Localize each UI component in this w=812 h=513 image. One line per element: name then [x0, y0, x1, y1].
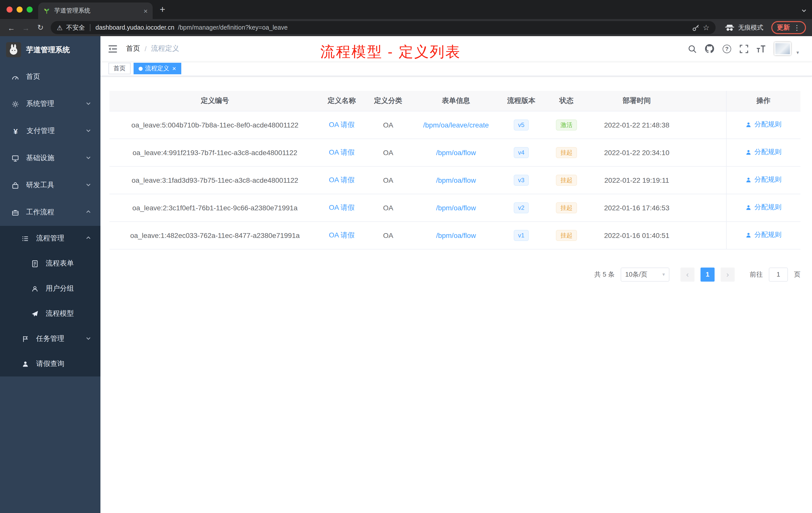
prev-page-button[interactable]: ‹: [680, 267, 695, 281]
update-button[interactable]: 更新 ⋮: [771, 21, 806, 34]
cell-deploy-time: 2022-01-16 17:46:53: [589, 194, 685, 221]
assign-rule-button[interactable]: 分配规则: [746, 203, 782, 212]
monitor-icon: [11, 154, 19, 162]
chevron-down-icon: [85, 100, 91, 108]
reload-button[interactable]: ↻: [34, 23, 47, 32]
current-page-button[interactable]: 1: [700, 267, 715, 281]
incognito-badge: 无痕模式: [725, 23, 763, 32]
tag-process-definition[interactable]: 流程定义 ×: [134, 63, 181, 74]
sidebar-item-label: 流程模型: [46, 309, 74, 318]
tab-close-icon[interactable]: ×: [144, 7, 148, 14]
github-icon: [705, 44, 714, 53]
breadcrumb: 首页 / 流程定义: [126, 44, 179, 53]
password-key-icon[interactable]: [692, 24, 699, 31]
url-host: dashboard.yudao.iocoder.cn: [95, 24, 174, 31]
definition-name-link[interactable]: OA 请假: [329, 120, 355, 128]
browser-menu-icon[interactable]: ⋮: [793, 24, 801, 32]
form-link[interactable]: /bpm/oa/flow: [436, 204, 476, 212]
form-link[interactable]: /bpm/oa/flow: [436, 231, 476, 239]
url-bar[interactable]: ⚠ 不安全 dashboard.yudao.iocoder.cn/bpm/man…: [51, 21, 716, 34]
form-link[interactable]: /bpm/oa/flow: [436, 176, 476, 184]
tag-close-icon[interactable]: ×: [172, 65, 176, 72]
sidebar-toggle-button[interactable]: [109, 45, 117, 53]
column-header: 表单信息: [413, 91, 499, 111]
cell-version: v2: [499, 194, 544, 221]
security-label[interactable]: 不安全: [66, 23, 85, 32]
definition-name-link[interactable]: OA 请假: [329, 148, 355, 156]
assign-rule-button[interactable]: 分配规则: [746, 120, 782, 129]
goto-page-input[interactable]: [769, 267, 788, 281]
back-button[interactable]: ←: [5, 23, 18, 32]
assign-rule-button[interactable]: 分配规则: [746, 148, 782, 157]
column-header: 状态: [544, 91, 589, 111]
forward-button[interactable]: →: [20, 23, 32, 32]
header-actions: ? ▾: [688, 42, 799, 55]
breadcrumb-home[interactable]: 首页: [126, 44, 140, 53]
sidebar-item-system[interactable]: 系统管理: [0, 90, 100, 117]
sidebar-item-process-model[interactable]: 流程模型: [0, 301, 100, 326]
sidebar-item-task-management[interactable]: 任务管理: [0, 326, 100, 351]
cell-version: v3: [499, 166, 544, 194]
cell-form-info: /bpm/oa/flow: [413, 194, 499, 221]
tag-home[interactable]: 首页: [109, 63, 130, 74]
status-badge: 挂起: [556, 147, 577, 158]
window-controls: [6, 6, 33, 12]
assign-rule-label: 分配规则: [754, 148, 782, 157]
sidebar-item-user-group[interactable]: 用户分组: [0, 276, 100, 301]
assign-rule-label: 分配规则: [754, 175, 782, 184]
font-size-button[interactable]: [757, 45, 766, 53]
definition-name-link[interactable]: OA 请假: [329, 203, 355, 211]
column-header: 定义名称: [320, 91, 363, 111]
bookmark-star-icon[interactable]: ☆: [703, 23, 709, 32]
chevron-up-icon: [85, 234, 91, 242]
search-button[interactable]: [688, 44, 696, 53]
sidebar-item-label: 首页: [26, 72, 40, 81]
help-button[interactable]: ?: [723, 44, 731, 53]
version-tag: v4: [514, 147, 529, 158]
sidebar-item-devtools[interactable]: 研发工具: [0, 172, 100, 199]
browser-tab[interactable]: 芋道管理系统 ×: [38, 2, 153, 19]
spacer-cell: [685, 139, 726, 166]
assign-rule-label: 分配规则: [754, 231, 782, 240]
zoom-window-button[interactable]: [27, 6, 33, 12]
sidebar-item-label: 请假查询: [36, 359, 64, 368]
definition-name-link[interactable]: OA 请假: [329, 175, 355, 183]
column-header: 定义编号: [110, 91, 320, 111]
column-header: 流程版本: [499, 91, 544, 111]
sidebar-item-payment[interactable]: ¥ 支付管理: [0, 117, 100, 145]
update-label: 更新: [777, 23, 790, 32]
version-tag: v5: [514, 119, 529, 130]
cell-version: v5: [499, 111, 544, 139]
minimize-window-button[interactable]: [17, 6, 23, 12]
cell-form-info: /bpm/oa/leave/create: [413, 111, 499, 139]
cell-version: v1: [499, 221, 544, 249]
definition-name-link[interactable]: OA 请假: [329, 231, 355, 239]
assign-rule-button[interactable]: 分配规则: [746, 175, 782, 184]
sidebar-item-process-form[interactable]: 流程表单: [0, 251, 100, 276]
cell-status: 激活: [544, 111, 589, 139]
fullscreen-button[interactable]: [740, 44, 748, 53]
sidebar-item-process-management[interactable]: 流程管理: [0, 226, 100, 251]
github-button[interactable]: [705, 44, 714, 53]
sidebar-item-workflow[interactable]: 工作流程: [0, 199, 100, 226]
user-avatar[interactable]: [774, 42, 791, 55]
sidebar-item-infrastructure[interactable]: 基础设施: [0, 145, 100, 172]
form-link[interactable]: /bpm/oa/leave/create: [423, 121, 489, 129]
sidebar-item-home[interactable]: 首页: [0, 63, 100, 90]
next-page-button[interactable]: ›: [721, 267, 735, 281]
assign-rule-button[interactable]: 分配规则: [746, 231, 782, 240]
cell-deploy-time: 2022-01-22 20:34:10: [589, 139, 685, 166]
form-link[interactable]: /bpm/oa/flow: [436, 148, 476, 156]
close-window-button[interactable]: [6, 6, 12, 12]
tab-search-chevron-icon[interactable]: [801, 6, 807, 16]
chevron-down-icon: [85, 181, 91, 189]
sidebar-item-leave-query[interactable]: 请假查询: [0, 351, 100, 376]
font-size-icon: [757, 45, 766, 53]
person-icon: [22, 360, 29, 368]
page-size-select[interactable]: 10条/页 ▾: [621, 267, 669, 281]
paper-plane-icon: [31, 310, 39, 318]
new-tab-button[interactable]: +: [160, 4, 165, 15]
sidebar: 芋道管理系统 首页 系统管理 ¥ 支付管理: [0, 36, 100, 513]
cell-form-info: /bpm/oa/flow: [413, 221, 499, 249]
chevron-down-icon: [85, 127, 91, 135]
